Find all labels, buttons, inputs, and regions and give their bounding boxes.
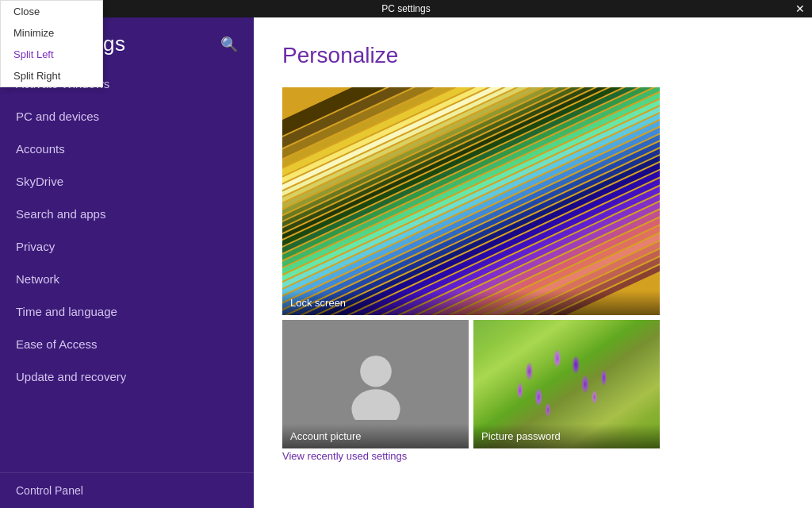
page-title: Personalize — [282, 43, 783, 68]
sidebar-item-pc-and-devices[interactable]: PC and devices — [0, 100, 254, 133]
sidebar-item-privacy[interactable]: Privacy — [0, 230, 254, 263]
view-recently-used-link[interactable]: View recently used settings — [282, 450, 407, 462]
sidebar-item-ease-of-access[interactable]: Ease of Access — [0, 328, 254, 360]
sidebar-item-search-and-apps[interactable]: Search and apps — [0, 198, 254, 230]
svg-point-45 — [351, 389, 400, 420]
sidebar-search-icon[interactable]: 🔍 — [220, 36, 238, 53]
context-menu: Close Minimize Split Left Split Right — [0, 0, 103, 87]
personalize-grid: Lock screen Account picture — [282, 87, 783, 448]
sidebar-item-network[interactable]: Network — [0, 263, 254, 295]
context-menu-split-right[interactable]: Split Right — [1, 65, 102, 87]
account-picture-tile[interactable]: Account picture — [282, 320, 469, 448]
sidebar-item-time-and-language[interactable]: Time and language — [0, 295, 254, 328]
content-area: Personalize — [254, 17, 812, 508]
main-layout: PC settings 🔍 Activate Windows PC and de… — [0, 17, 812, 508]
sidebar-nav: Activate Windows PC and devices Accounts… — [0, 67, 254, 472]
title-bar: ⚙ PC settings ✕ — [0, 0, 812, 17]
close-window-button[interactable]: ✕ — [788, 0, 812, 17]
lock-screen-tile[interactable]: Lock screen — [282, 87, 660, 315]
sidebar-item-update-and-recovery[interactable]: Update and recovery — [0, 360, 254, 393]
account-picture-label: Account picture — [282, 424, 469, 448]
context-menu-close[interactable]: Close — [1, 1, 102, 22]
person-silhouette-icon — [340, 348, 412, 420]
title-bar-text: PC settings — [381, 3, 430, 14]
sidebar-item-accounts[interactable]: Accounts — [0, 133, 254, 165]
bottom-image-row: Account picture Picture password — [282, 320, 783, 448]
lock-screen-label: Lock screen — [282, 291, 660, 315]
context-menu-minimize[interactable]: Minimize — [1, 22, 102, 44]
picture-password-label: Picture password — [473, 424, 660, 448]
picture-password-tile[interactable]: Picture password — [473, 320, 660, 448]
svg-point-44 — [360, 356, 392, 387]
sidebar: PC settings 🔍 Activate Windows PC and de… — [0, 17, 254, 508]
sidebar-item-skydrive[interactable]: SkyDrive — [0, 165, 254, 198]
sidebar-item-control-panel[interactable]: Control Panel — [0, 472, 254, 508]
context-menu-split-left[interactable]: Split Left — [1, 44, 102, 65]
